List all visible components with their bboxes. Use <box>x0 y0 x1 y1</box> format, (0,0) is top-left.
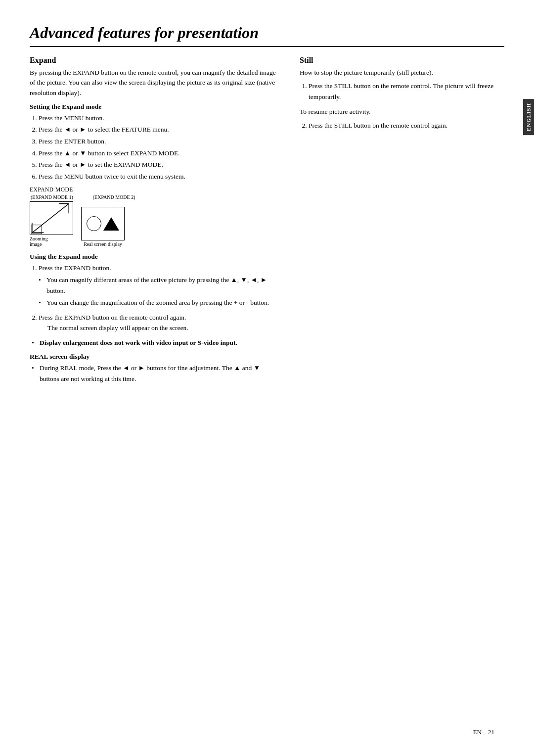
triangle-icon <box>103 217 119 231</box>
using-expand-mode-heading: Using the Expand mode <box>30 253 280 261</box>
expand-mode-1-label: (EXPAND MODE 1) <box>31 194 73 200</box>
diagram-1-container: Zooming image <box>30 201 73 247</box>
setting-step-6: Press the MENU button twice to exit the … <box>39 171 280 182</box>
diagrams-row: Zooming image Real screen display <box>30 201 280 247</box>
using-step-2: Press the EXPAND button on the remote co… <box>39 312 280 333</box>
diagram-2-container: Real screen display <box>81 207 125 247</box>
page-number: EN – 21 <box>473 728 494 736</box>
page-title: Advanced features for presentation <box>30 24 504 47</box>
left-column: Expand By pressing the EXPAND button on … <box>30 56 280 387</box>
setting-step-1: Press the MENU button. <box>39 113 280 124</box>
circle-icon <box>87 216 101 231</box>
using-step-2-sub: The normal screen display will appear on… <box>47 324 188 331</box>
real-caption: Real screen display <box>81 241 125 247</box>
using-bullet-2: You can change the magnification of the … <box>39 297 280 308</box>
real-screen-list: During REAL mode, Press the ◄ or ► butto… <box>32 363 280 384</box>
two-column-layout: Expand By pressing the EXPAND button on … <box>30 56 504 387</box>
english-tab: ENGLISH <box>523 99 534 135</box>
diagram-box-1 <box>30 201 73 235</box>
still-steps-list: Press the STILL button on the remote con… <box>309 81 504 102</box>
setting-step-5: Press the ◄ or ► to set the EXPAND MODE. <box>39 159 280 170</box>
expand-mode-label: EXPAND MODE <box>30 187 280 192</box>
expand-mode-diagram: EXPAND MODE (EXPAND MODE 1) (EXPAND MODE… <box>30 187 280 247</box>
display-warning: Display enlargement does not work with v… <box>32 337 280 348</box>
still-heading: Still <box>300 56 504 65</box>
expand-mode-2-label: (EXPAND MODE 2) <box>93 194 135 200</box>
still-intro: How to stop the picture temporarily (sti… <box>300 68 504 78</box>
zooming-caption: Zooming image <box>30 236 73 247</box>
right-column: Still How to stop the picture temporaril… <box>300 56 504 387</box>
still-resume: To resume picture activity. <box>300 107 504 117</box>
setting-steps-list: Press the MENU button. Press the ◄ or ► … <box>39 113 280 182</box>
setting-step-3: Press the ENTER button. <box>39 136 280 147</box>
display-warning-list: Display enlargement does not work with v… <box>32 337 280 348</box>
expand-intro: By pressing the EXPAND button on the rem… <box>30 68 280 98</box>
real-shape <box>82 207 124 240</box>
setting-step-4: Press the ▲ or ▼ button to select EXPAND… <box>39 148 280 159</box>
using-bullet-1: You can magnify different areas of the a… <box>39 275 280 296</box>
svg-line-0 <box>32 204 69 233</box>
still-step-2: Press the STILL button on the remote con… <box>309 120 504 131</box>
using-bullets: You can magnify different areas of the a… <box>39 275 280 308</box>
real-screen-heading: REAL screen display <box>30 353 280 361</box>
using-expand-list: Press the EXPAND button. You can magnify… <box>39 263 280 333</box>
display-warning-text: Display enlargement does not work with v… <box>40 339 237 346</box>
zoom-diagram-svg <box>30 201 73 235</box>
expand-heading: Expand <box>30 56 280 65</box>
using-step-1: Press the EXPAND button. You can magnify… <box>39 263 280 308</box>
still-step2-list: Press the STILL button on the remote con… <box>309 120 504 131</box>
real-screen-bullet: During REAL mode, Press the ◄ or ► butto… <box>32 363 280 384</box>
setting-step-2: Press the ◄ or ► to select the FEATURE m… <box>39 124 280 135</box>
setting-expand-mode-heading: Setting the Expand mode <box>30 103 280 111</box>
expand-mode-sublabels: (EXPAND MODE 1) (EXPAND MODE 2) <box>31 194 280 200</box>
still-step-1: Press the STILL button on the remote con… <box>309 81 504 102</box>
diagram-box-2 <box>81 207 125 240</box>
